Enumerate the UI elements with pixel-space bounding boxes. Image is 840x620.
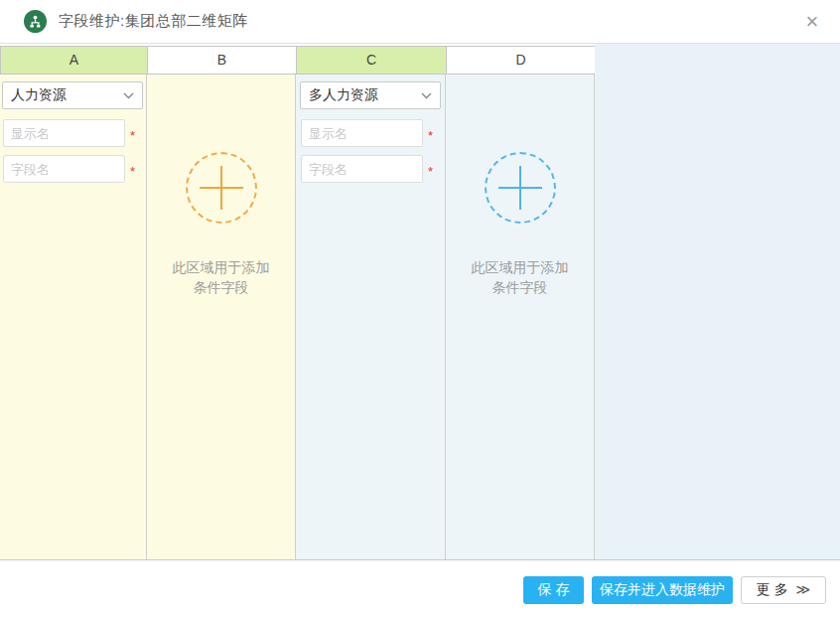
field-name-row-a: * [3, 155, 146, 183]
required-marker: * [130, 128, 135, 143]
more-button[interactable]: 更 多 ≫ [741, 576, 826, 604]
save-button[interactable]: 保 存 [523, 576, 584, 604]
required-marker: * [428, 128, 433, 143]
plus-icon [485, 152, 556, 224]
field-type-select-a[interactable]: 人力资源 [2, 81, 143, 109]
display-name-input-a[interactable] [3, 119, 125, 147]
empty-area [595, 44, 840, 559]
column-header-b: B [147, 46, 297, 75]
save-and-enter-data-maintenance-button[interactable]: 保存并进入数据维护 [592, 576, 733, 604]
chevron-down-icon [123, 92, 134, 99]
double-chevron-right-icon: ≫ [796, 581, 811, 597]
add-condition-hint-b: 此区域用于添加 条件字段 [173, 257, 270, 297]
close-button[interactable]: × [798, 8, 826, 36]
column-b: B 此区域用于添加 条件字段 [147, 44, 296, 559]
column-d-body: 此区域用于添加 条件字段 [446, 75, 595, 559]
field-name-input-a[interactable] [3, 155, 125, 183]
column-d: D 此区域用于添加 条件字段 [446, 44, 595, 559]
column-c: C 多人力资源 * * [296, 44, 446, 559]
chevron-down-icon [421, 92, 432, 99]
add-condition-field-button-b[interactable]: 此区域用于添加 条件字段 [147, 81, 295, 297]
add-condition-field-button-d[interactable]: 此区域用于添加 条件字段 [446, 81, 594, 297]
add-condition-hint-d: 此区域用于添加 条件字段 [472, 257, 569, 297]
display-name-input-c[interactable] [301, 119, 423, 147]
column-c-body: 多人力资源 * * [296, 75, 446, 559]
field-type-select-c-value: 多人力资源 [309, 86, 378, 104]
dialog-header: 字段维护:集团总部二维矩阵 × [0, 0, 840, 44]
field-maintenance-dialog: 字段维护:集团总部二维矩阵 × A 人力资源 * [0, 0, 840, 620]
plus-icon [186, 152, 257, 224]
org-chart-icon [24, 10, 47, 33]
column-header-a: A [0, 46, 148, 75]
display-name-row-a: * [3, 119, 146, 147]
column-a-body: 人力资源 * * [0, 75, 147, 559]
display-name-row-c: * [301, 119, 445, 147]
dialog-title: 字段维护:集团总部二维矩阵 [59, 12, 248, 31]
column-b-body: 此区域用于添加 条件字段 [147, 75, 296, 559]
more-button-label: 更 多 [757, 581, 788, 597]
dialog-footer: 保 存 保存并进入数据维护 更 多 ≫ [0, 560, 840, 620]
column-a: A 人力资源 * * [0, 44, 147, 559]
field-type-select-c[interactable]: 多人力资源 [300, 81, 441, 109]
field-name-input-c[interactable] [301, 155, 423, 183]
column-header-c: C [296, 46, 447, 75]
required-marker: * [428, 164, 433, 179]
column-header-d: D [446, 46, 596, 75]
matrix-area: A 人力资源 * * B [0, 44, 840, 560]
close-icon: × [806, 9, 819, 34]
required-marker: * [130, 164, 135, 179]
field-type-select-a-value: 人力资源 [11, 86, 67, 104]
field-name-row-c: * [301, 155, 445, 183]
